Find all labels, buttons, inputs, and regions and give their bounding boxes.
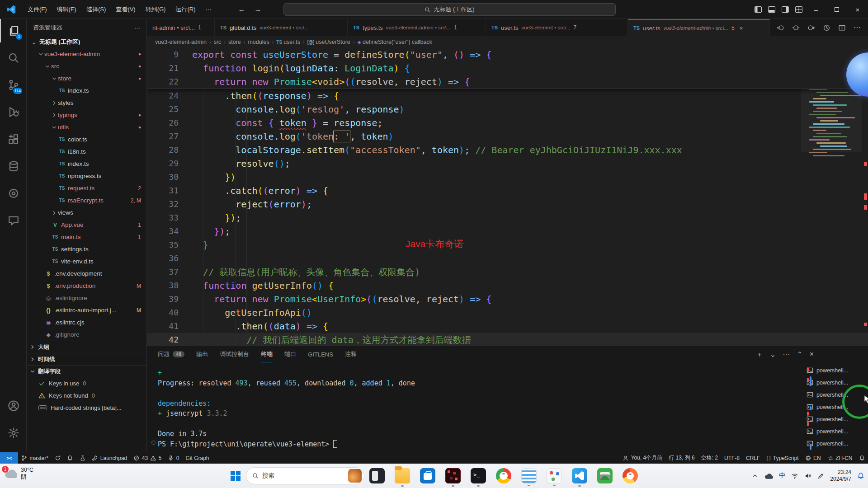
code-line-42[interactable]: 42 // 我们后端返回的 data，这用方式才能拿到后端数据 [147,333,868,346]
code-line-30[interactable]: 30 }) [147,170,868,184]
breadcrumb-item[interactable]: vue3-element-admin [155,39,207,45]
taskbar-search[interactable]: 搜索 [246,467,364,484]
editor-tab-user.ts[interactable]: TSuser.tsvue3-element • src\...7 [486,19,628,36]
toggle-sidebar-icon[interactable] [751,0,765,19]
code-line-27[interactable]: 27 console.log('token: ', token) [147,130,868,143]
weather-widget[interactable]: 1 30°C 阴 [5,467,33,480]
tree-item-vue3-element-admin[interactable]: vue3-element-admin● [27,48,146,60]
notification-bell-icon[interactable] [857,472,864,479]
menu-编辑(E)[interactable]: 编辑(E) [52,0,81,19]
menu-···[interactable]: ··· [200,0,216,19]
terminal-output[interactable]: +Progress: resolved 493, reused 455, dow… [158,368,415,449]
breadcrumb[interactable]: vue3-element-admin›src›store›modules›TSu… [147,36,868,48]
activitybar-search[interactable] [0,46,27,70]
more-actions-icon[interactable]: ··· [854,23,861,32]
menu-转到(G)[interactable]: 转到(G) [141,0,171,19]
tree-item-.gitignore[interactable]: ◆.gitignore [27,328,146,341]
code-line-34[interactable]: 34 }); [147,225,868,238]
terminal-instance[interactable]: powershell... [807,437,865,450]
code-editor[interactable]: 9export const useUserStore = defineStore… [147,48,868,346]
tree-item-.env.development[interactable]: $.env.development [27,267,146,280]
status-bell[interactable] [856,452,868,464]
editor-tab-types.ts[interactable]: TStypes.tsvue3-element-admin • src\...1 [348,19,486,36]
status-master*[interactable]: master* [18,452,52,464]
code-line-32[interactable]: 32 reject(error); [147,197,868,211]
sidebar-section-时间线[interactable]: 时间线 [27,353,146,365]
tree-item-vite-env.d.ts[interactable]: TSvite-env.d.ts [27,255,146,267]
maximize-button[interactable] [826,0,847,19]
tree-item-.env.production[interactable]: $.env.productionM [27,280,146,292]
status-bell[interactable] [64,452,76,464]
menu-运行(R)[interactable]: 运行(R) [170,0,200,19]
tree-item-request.ts[interactable]: TSrequest.ts2 [27,182,146,194]
panel-tab-端口[interactable]: 端口 [284,346,296,362]
taskbar-app-dark-app[interactable] [369,468,385,483]
compare-icon[interactable] [792,24,800,32]
nav-back-circle-icon[interactable] [777,24,784,32]
close-tab-icon[interactable]: × [740,25,743,32]
code-line-28[interactable]: 28 localStorage.setItem("accessToken", t… [147,143,868,157]
code-line-41[interactable]: 41 .then((data) => { [147,319,868,333]
taskbar-app-media-green[interactable] [597,468,613,483]
code-line-29[interactable]: 29 resolve(); [147,157,868,170]
new-terminal-icon[interactable]: ＋ [756,350,763,360]
taskbar-app-browser[interactable] [623,468,638,483]
tree-item-.eslintrc.cjs[interactable]: ◉.eslintrc.cjs [27,316,146,328]
maximize-panel-icon[interactable]: ⌃ [797,350,802,360]
terminal-dropdown-icon[interactable]: ⌄ [770,350,776,360]
taskbar-app-snip-tool[interactable] [547,468,562,483]
tree-item-styles[interactable]: styles [27,97,146,109]
code-line-9[interactable]: 9export const useUserStore = defineStore… [147,48,868,61]
status-EN[interactable]: EN [802,452,824,464]
breadcrumb-item[interactable]: useUserStore [316,39,350,45]
toggle-secondary-sidebar-icon[interactable] [778,0,792,19]
taskbar-app-terminal[interactable] [471,468,486,483]
tray-chevron-up-icon[interactable] [752,473,758,479]
panel-more-icon[interactable]: ··· [783,350,790,360]
code-line-36[interactable]: 36 [147,252,868,265]
workspace-row[interactable]: ⌄ 无标题 (工作区) [27,36,146,48]
tree-item-.eslintrc-auto-import.j...[interactable]: {}.eslintrc-auto-import.j...M [27,304,146,316]
code-line-31[interactable]: 31 .catch((error) => { [147,184,868,197]
sidebar-section-大纲[interactable]: 大纲 [27,341,146,353]
status-Launchpad[interactable]: Launchpad [89,452,130,464]
breadcrumb-item[interactable]: store [228,39,241,45]
taskbar-app-vscode[interactable] [572,468,587,483]
close-panel-icon[interactable]: × [810,350,814,360]
breadcrumb-item[interactable]: modules [248,39,269,45]
panel-tab-GITLENS[interactable]: GITLENS [308,346,333,362]
panel-tab-调试控制台[interactable]: 调试控制台 [220,346,249,362]
panel-tab-注释[interactable]: 注释 [345,346,357,362]
search-highlight-thumbnail[interactable] [348,469,362,483]
status-43[interactable]: 435 [130,452,165,464]
taskbar-app-file-explorer[interactable] [395,468,410,483]
tree-item-rsaEncrypt.ts[interactable]: TSrsaEncrypt.ts2, M [27,194,146,206]
code-line-26[interactable]: 26 const { token } = response; [147,116,868,130]
status-CRLF[interactable]: CRLF [743,452,763,464]
activitybar-settings[interactable] [0,421,27,445]
tree-item-index.ts[interactable]: TSindex.ts [27,84,146,97]
i18n-item[interactable]: Keys not found0 [27,389,146,402]
code-line-39[interactable]: 39 return new Promise<UserInfo>((resolve… [147,292,868,306]
menu-文件(F)[interactable]: 文件(F) [23,0,52,19]
taskbar-app-chrome[interactable] [496,468,511,483]
volume-icon[interactable] [804,472,811,479]
nav-back-icon[interactable]: ← [238,5,245,14]
status-行 13, 列 6[interactable]: 行 13, 列 6 [665,452,698,464]
tree-item-typings[interactable]: typings● [27,109,146,121]
activitybar-source-control[interactable]: 114 [0,73,27,97]
file-history-icon[interactable] [823,24,830,32]
panel-tab-问题[interactable]: 问题48 [158,346,184,362]
tree-item-nprogress.ts[interactable]: TSnprogress.ts [27,170,146,182]
tree-item-color.ts[interactable]: TScolor.ts [27,133,146,145]
breadcrumb-item[interactable]: src [214,39,222,45]
code-line-35[interactable]: 35 } [147,238,868,252]
editor-tab-clipped[interactable]: nt-admin • src\... 1 [147,19,215,36]
taskbar-app-notes[interactable] [521,468,537,483]
status-Git Graph[interactable]: Git Graph [182,452,212,464]
status-空格: 2[interactable]: 空格: 2 [698,452,721,464]
sidebar-section-翻译字段[interactable]: 翻译字段 [27,365,146,377]
ime-chinese-indicator[interactable]: 中 [779,472,785,480]
status-sync[interactable] [52,452,64,464]
nav-forward-icon[interactable]: → [254,5,261,14]
